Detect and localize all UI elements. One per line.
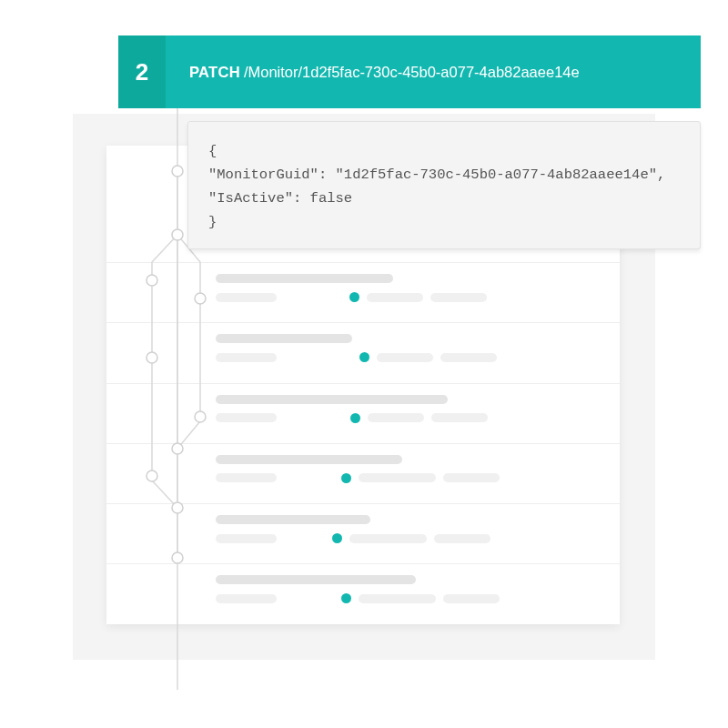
placeholder-row — [216, 473, 620, 483]
placeholder-row — [216, 352, 620, 362]
status-dot-icon — [341, 593, 351, 603]
placeholder-bar — [216, 353, 277, 362]
status-dot-icon — [349, 292, 359, 302]
placeholder-bar — [216, 575, 416, 584]
request-path: /Monitor/1d2f5fac-730c-45b0-a077-4ab82aa… — [244, 64, 580, 81]
placeholder-bar — [440, 353, 497, 362]
placeholder-bar — [216, 395, 448, 404]
placeholder-row — [216, 292, 620, 302]
placeholder-bar — [367, 293, 423, 302]
list-item — [106, 563, 620, 623]
placeholder-bar — [216, 455, 402, 464]
list-item — [106, 443, 620, 503]
step-banner: 2 PATCH /Monitor/1d2f5fac-730c-45b0-a077… — [118, 35, 701, 108]
placeholder-bar — [434, 534, 490, 543]
list-item — [106, 322, 620, 382]
placeholder-bar — [377, 353, 433, 362]
step-number: 2 — [118, 35, 166, 108]
status-dot-icon — [359, 352, 369, 362]
placeholder-bar — [431, 413, 488, 422]
placeholder-bar — [216, 594, 277, 603]
list-item — [106, 383, 620, 443]
placeholder-bar — [359, 594, 436, 603]
placeholder-bar — [216, 274, 393, 283]
placeholder-bar — [443, 473, 500, 482]
list-rows — [106, 262, 620, 624]
step-number-value: 2 — [136, 58, 148, 86]
placeholder-bar — [216, 534, 277, 543]
status-dot-icon — [341, 473, 351, 483]
placeholder-bar — [216, 515, 370, 524]
placeholder-bar — [368, 413, 424, 422]
placeholder-bar — [216, 293, 277, 302]
placeholder-row — [216, 533, 620, 543]
placeholder-row — [216, 413, 620, 423]
status-dot-icon — [350, 413, 360, 423]
list-item — [106, 262, 620, 322]
placeholder-bar — [216, 413, 277, 422]
http-method: PATCH — [189, 64, 240, 81]
status-dot-icon — [332, 533, 342, 543]
step-content: PATCH /Monitor/1d2f5fac-730c-45b0-a077-4… — [166, 35, 701, 108]
placeholder-row — [216, 593, 620, 603]
placeholder-bar — [443, 594, 500, 603]
list-item — [106, 503, 620, 563]
placeholder-bar — [359, 473, 436, 482]
placeholder-bar — [216, 334, 352, 343]
placeholder-bar — [430, 293, 487, 302]
placeholder-bar — [216, 473, 277, 482]
placeholder-bar — [349, 534, 427, 543]
code-block: { "MonitorGuid": "1d2f5fac-730c-45b0-a07… — [187, 121, 701, 249]
